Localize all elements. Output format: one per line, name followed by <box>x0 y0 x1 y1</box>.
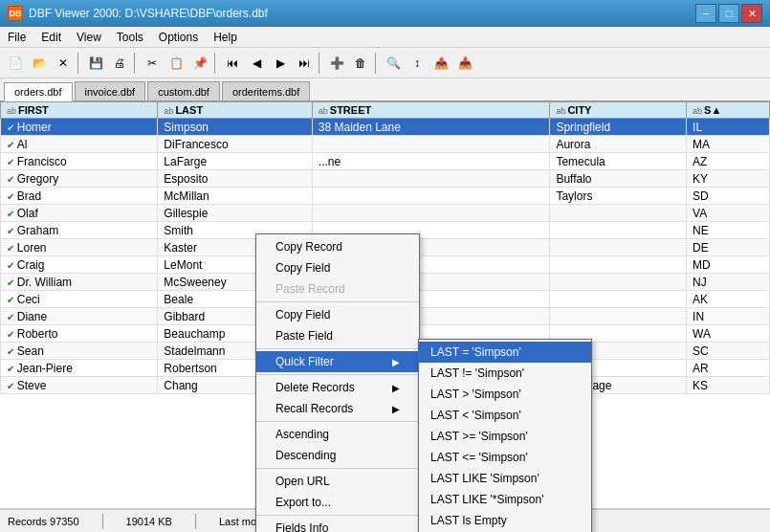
menu-tools[interactable]: Tools <box>109 29 151 46</box>
ctx-sep6 <box>256 515 419 516</box>
menu-options[interactable]: Options <box>151 29 206 46</box>
row-city: Springfield <box>550 119 687 136</box>
row-street <box>312 205 550 222</box>
tab-orderitems[interactable]: orderitems.dbf <box>222 81 310 100</box>
row-check: ✔ Diane <box>1 308 158 325</box>
tb-delete[interactable]: 🗑 <box>349 52 372 75</box>
row-state: IN <box>687 308 770 325</box>
status-size: 19014 KB <box>126 516 172 527</box>
sub-last-like-star[interactable]: LAST LIKE '*Simpson' <box>419 489 591 510</box>
row-city <box>550 222 687 239</box>
tb-first[interactable]: ⏮ <box>221 52 244 75</box>
title-text: DBF Viewer 2000: D:\VSHARE\DBF\orders.db… <box>29 7 268 20</box>
ctx-paste-record: Paste Record <box>256 278 419 299</box>
sub-last-lte[interactable]: LAST <= 'Simpson' <box>419 447 591 468</box>
ctx-quick-filter[interactable]: Quick Filter ▶ <box>256 351 419 372</box>
tb-open[interactable]: 📂 <box>28 52 51 75</box>
tb-save[interactable]: 💾 <box>84 52 107 75</box>
ctx-copy-field2[interactable]: Copy Field <box>256 304 419 325</box>
row-state: NJ <box>687 274 770 291</box>
col-header-first[interactable]: abFIRST <box>1 102 158 119</box>
tb-close[interactable]: ✕ <box>52 52 75 75</box>
table-row[interactable]: ✔ GregoryEspositoBuffaloKY <box>1 170 770 188</box>
table-row[interactable]: ✔ BradMcMillanTaylorsSD <box>1 188 770 205</box>
sub-last-like[interactable]: LAST LIKE 'Simpson' <box>419 468 591 489</box>
row-state: SC <box>687 343 770 360</box>
ctx-sep1 <box>256 301 419 302</box>
menu-view[interactable]: View <box>69 29 109 46</box>
sub-last-lt[interactable]: LAST < 'Simpson' <box>419 405 591 426</box>
col-header-last[interactable]: abLAST <box>158 102 312 119</box>
tb-export[interactable]: 📤 <box>429 52 452 75</box>
close-button[interactable]: ✕ <box>741 4 762 23</box>
ctx-descending[interactable]: Descending <box>256 445 419 466</box>
ctx-open-url[interactable]: Open URL <box>256 471 419 492</box>
ctx-delete-records[interactable]: Delete Records ▶ <box>256 377 419 398</box>
title-bar: DB DBF Viewer 2000: D:\VSHARE\DBF\orders… <box>0 0 770 27</box>
row-check: ✔ Dr. William <box>1 274 158 291</box>
menu-bar: File Edit View Tools Options Help <box>0 27 770 48</box>
sub-last-equals[interactable]: LAST = 'Simpson' <box>419 342 591 363</box>
row-last: Gillespie <box>158 205 312 222</box>
row-state: NE <box>687 222 770 239</box>
tb-add[interactable]: ➕ <box>325 52 348 75</box>
tb-cut[interactable]: ✂ <box>141 52 164 75</box>
table-row[interactable]: ✔ OlafGillespieVA <box>1 205 770 222</box>
row-city <box>550 308 687 325</box>
table-row[interactable]: ✔ AlDiFrancescoAuroraMA <box>1 136 770 153</box>
ctx-copy-field[interactable]: Copy Field <box>256 257 419 278</box>
menu-help[interactable]: Help <box>206 29 245 46</box>
ctx-copy-record[interactable]: Copy Record <box>256 236 419 257</box>
tb-last[interactable]: ⏭ <box>293 52 316 75</box>
menu-file[interactable]: File <box>0 29 33 46</box>
col-header-city[interactable]: abCITY <box>550 102 687 119</box>
row-street <box>312 188 550 205</box>
ctx-sep2 <box>256 348 419 349</box>
tb-import[interactable]: 📥 <box>453 52 476 75</box>
tb-prev[interactable]: ◀ <box>245 52 268 75</box>
tb-paste[interactable]: 📌 <box>188 52 211 75</box>
table-row[interactable]: ✔ FranciscoLaFarge...neTemeculaAZ <box>1 153 770 170</box>
row-last: DiFrancesco <box>158 136 312 153</box>
tb-sort[interactable]: ↕ <box>406 52 429 75</box>
tb-next[interactable]: ▶ <box>269 52 292 75</box>
row-state: MD <box>687 256 770 274</box>
row-state: IL <box>687 119 770 136</box>
sub-last-gt[interactable]: LAST > 'Simpson' <box>419 384 591 405</box>
sub-last-is-empty[interactable]: LAST Is Empty <box>419 510 591 531</box>
submenu-quick-filter: LAST = 'Simpson' LAST != 'Simpson' LAST … <box>418 339 592 532</box>
ctx-paste-field[interactable]: Paste Field <box>256 325 419 346</box>
tb-copy[interactable]: 📋 <box>165 52 187 75</box>
maximize-button[interactable]: □ <box>718 4 739 23</box>
row-last: McMillan <box>158 188 312 205</box>
row-street: ...ne <box>312 153 550 170</box>
row-city <box>550 274 687 291</box>
col-header-street[interactable]: abSTREET <box>312 102 550 119</box>
sub-last-gte[interactable]: LAST >= 'Simpson' <box>419 426 591 447</box>
minimize-button[interactable]: − <box>695 4 716 23</box>
col-header-state[interactable]: abS▲ <box>687 102 770 119</box>
row-street <box>312 170 550 188</box>
tb-sep1 <box>77 53 81 74</box>
row-street: 38 Maiden Lane <box>312 119 550 136</box>
tb-print[interactable]: 🖨 <box>108 52 131 75</box>
tabs-bar: orders.dbf invoice.dbf custom.dbf orderi… <box>0 78 770 101</box>
sub-last-notequals[interactable]: LAST != 'Simpson' <box>419 363 591 384</box>
tb-new[interactable]: 📄 <box>4 52 27 75</box>
tb-filter[interactable]: 🔍 <box>382 52 405 75</box>
row-city: Taylors <box>550 188 687 205</box>
ctx-recall-records[interactable]: Recall Records ▶ <box>256 398 419 419</box>
menu-edit[interactable]: Edit <box>33 29 69 46</box>
table-row[interactable]: ✔ HomerSimpson38 Maiden LaneSpringfieldI… <box>1 119 770 136</box>
ctx-ascending[interactable]: Ascending <box>256 424 419 445</box>
toolbar: 📄 📂 ✕ 💾 🖨 ✂ 📋 📌 ⏮ ◀ ▶ ⏭ ➕ 🗑 🔍 ↕ 📤 📥 <box>0 48 770 78</box>
tab-invoice[interactable]: invoice.dbf <box>75 81 146 100</box>
ctx-export-to[interactable]: Export to... <box>256 492 419 513</box>
ctx-fields-info[interactable]: Fields Info <box>256 518 419 532</box>
tb-sep2 <box>134 53 138 74</box>
status-sep2 <box>195 514 196 529</box>
tab-custom[interactable]: custom.dbf <box>147 81 220 100</box>
row-last: LaFarge <box>158 153 312 170</box>
tab-orders[interactable]: orders.dbf <box>4 82 73 101</box>
row-city <box>550 256 687 274</box>
